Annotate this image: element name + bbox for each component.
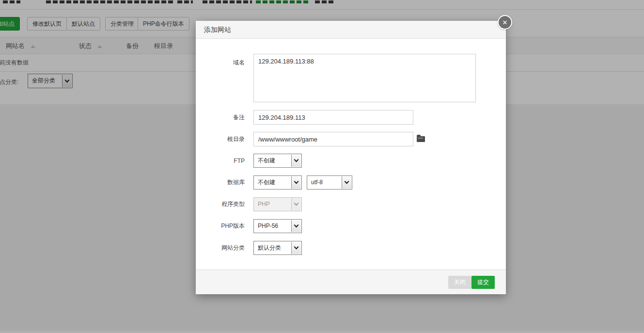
charset-select-value: utf-8	[311, 176, 323, 189]
database-row: 数据库 不创建 utf-8	[196, 175, 506, 190]
site-category-row: 网站分类 默认分类	[196, 241, 506, 255]
domain-row: 域名 129.204.189.113:88	[196, 54, 506, 102]
add-website-modal: 添加网站 ✕ 域名 129.204.189.113:88 备注 根目录 FTP …	[196, 21, 506, 294]
modal-header: 添加网站	[196, 21, 506, 39]
site-category-select-value: 默认分类	[258, 241, 281, 254]
ftp-select-value: 不创建	[258, 154, 275, 167]
chevron-down-icon[interactable]	[291, 242, 301, 254]
ftp-select[interactable]: 不创建	[253, 154, 302, 168]
ftp-label: FTP	[196, 158, 245, 164]
root-dir-row: 根目录	[196, 132, 506, 146]
remark-label: 备注	[196, 113, 245, 122]
ftp-row: FTP 不创建	[196, 154, 506, 168]
domain-label: 域名	[196, 54, 245, 67]
site-type-row: 程序类型 PHP	[196, 197, 506, 211]
folder-browse-icon[interactable]	[417, 136, 425, 142]
php-version-row: PHP版本 PHP-56	[196, 219, 506, 233]
close-icon[interactable]: ✕	[498, 15, 512, 30]
root-dir-label: 根目录	[196, 135, 245, 143]
close-button[interactable]: 关闭	[448, 276, 471, 289]
site-type-select-value: PHP	[258, 198, 270, 211]
site-category-label: 网站分类	[196, 244, 245, 252]
site-category-select[interactable]: 默认分类	[253, 241, 302, 255]
chevron-down-icon[interactable]	[291, 155, 301, 167]
php-version-select[interactable]: PHP-56	[253, 219, 302, 233]
root-dir-input[interactable]	[253, 132, 413, 146]
chevron-down-icon	[291, 198, 301, 210]
remark-input[interactable]	[253, 110, 413, 125]
domain-input[interactable]: 129.204.189.113:88	[253, 54, 476, 102]
database-label: 数据库	[196, 178, 245, 187]
site-type-label: 程序类型	[196, 200, 245, 208]
screen: 添加站点 修改默认页 默认站点 分类管理 PHP命令行版本 网站名 状态 备份	[0, 0, 644, 333]
chevron-down-icon[interactable]	[291, 220, 301, 232]
php-version-select-value: PHP-56	[258, 220, 278, 233]
site-type-select: PHP	[253, 197, 302, 211]
remark-row: 备注	[196, 110, 506, 125]
database-select-value: 不创建	[258, 176, 275, 189]
submit-button[interactable]: 提交	[471, 276, 495, 289]
database-select[interactable]: 不创建	[253, 175, 302, 190]
modal-footer: 关闭 提交	[196, 270, 506, 294]
php-version-label: PHP版本	[196, 222, 245, 230]
chevron-down-icon[interactable]	[291, 176, 301, 189]
chevron-down-icon[interactable]	[342, 176, 351, 189]
modal-title: 添加网站	[204, 21, 231, 39]
charset-select[interactable]: utf-8	[307, 175, 352, 190]
